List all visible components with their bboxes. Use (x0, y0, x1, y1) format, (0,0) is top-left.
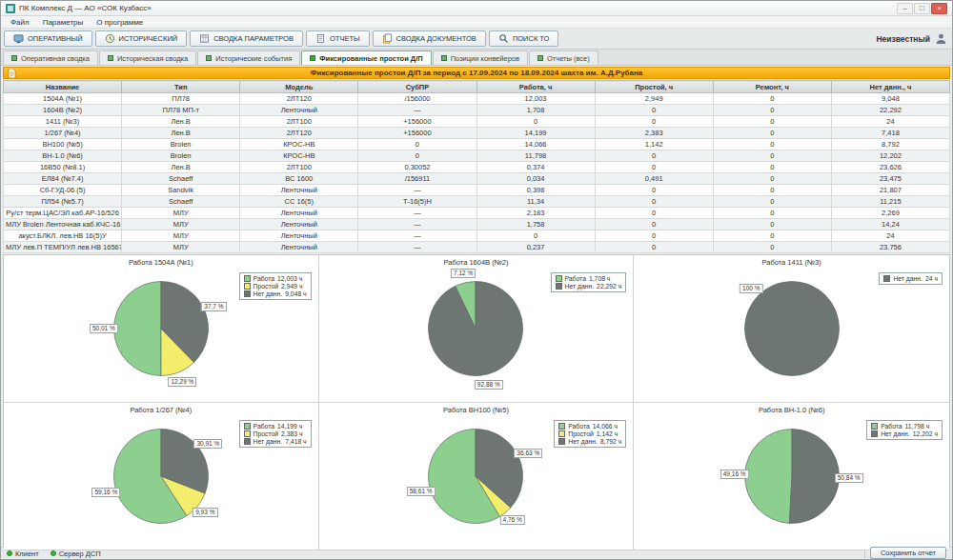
table-cell: 23,626 (831, 162, 949, 173)
toolbar-button[interactable]: ПОИСК ТО (489, 30, 559, 47)
tab-3[interactable]: Исторические события (197, 50, 300, 65)
tab-5[interactable]: Позиции конвейеров (433, 50, 528, 65)
table-cell: 16В50 (№8.1) (4, 162, 122, 173)
legend-swatch (871, 423, 878, 430)
tab-1[interactable]: Оперативная сводка (3, 50, 98, 65)
table-cell: Schaeff (122, 196, 240, 208)
tabbar: Оперативная сводкаИсторическая сводкаИст… (1, 50, 952, 66)
table-cell: 14,24 (831, 219, 949, 230)
table-cell: 0,374 (476, 162, 595, 173)
table-cell: 0 (595, 208, 713, 219)
table-cell: 0 (713, 230, 831, 242)
table-row[interactable]: ВН100 (№5)BrolenКРОС-НВ014,0661,14208,79… (4, 139, 950, 150)
table-row[interactable]: 1411 (№3)Лен.В2ЛТ100+15600000024 (4, 116, 950, 128)
pie-wrap: 49,16 %50,84 % (720, 415, 863, 549)
minimize-button[interactable]: – (897, 3, 913, 14)
legend-swatch (244, 438, 251, 445)
table-cell: ПЛ78 МП-т (122, 105, 240, 116)
table-row[interactable]: 1/267 (№4)Лен.В2ЛТ120+15600014,1992,3830… (4, 128, 950, 139)
column-header: Ремонт, ч (713, 81, 831, 93)
table-cell: СС 16(5) (240, 196, 358, 208)
toolbar-button[interactable]: ИСТОРИЧЕСКИЙ (95, 30, 188, 47)
legend-label: Нет данн. (893, 275, 923, 282)
table-cell: ВН-1.0 (№6) (4, 150, 122, 162)
table-cell: 2ЛТ120 (240, 93, 358, 105)
pie-chart-card: Работа ВН-1.0 (№6)49,16 %50,84 %Работа11… (634, 403, 949, 550)
table-cell: +156000 (358, 128, 476, 139)
table-row[interactable]: МЛУ Brolen Ленточная каб.КЧС-16МЛУЛенточ… (4, 219, 950, 230)
table-cell: 1604В (№2) (4, 105, 122, 116)
table-cell: 1,142 (595, 139, 713, 150)
toolbar-button-label: ОПЕРАТИВНЫЙ (28, 34, 83, 43)
table-cell: Ленточный (240, 230, 358, 242)
legend-value: 2,949 ч (281, 283, 302, 290)
chart-legend: Работа14,199 чПростой2,383 чНет данн.7,4… (239, 420, 312, 448)
table-cell: 0,034 (476, 173, 595, 185)
titlebar[interactable]: ПК Комплекс Д — АО «СОК Кузбасс» – □ × (1, 1, 952, 16)
toolbar-button[interactable]: СВОДКА ДОКУМЕНТОВ (373, 30, 486, 47)
table-cell: 1504А (№1) (4, 93, 122, 105)
tab-4[interactable]: Фиксированные простои Д/П (301, 50, 431, 65)
menu-item[interactable]: Файл (4, 16, 36, 29)
column-header: Модель (240, 81, 358, 93)
toolbar-user[interactable]: Неизвестный (876, 32, 949, 45)
menu-item[interactable]: О программе (90, 16, 150, 29)
legend-swatch (244, 430, 251, 437)
legend-label: Работа (565, 275, 586, 282)
table-row[interactable]: ПЛ54 (№5.7)SchaeffСС 16(5)Т-16(5)Н11,340… (4, 196, 950, 208)
table-row[interactable]: акуст.БЛКЛ. лев.НВ 16(5)УМЛУЛенточный—00… (4, 230, 950, 242)
user-icon[interactable] (935, 32, 947, 45)
legend-label: Работа (568, 423, 589, 430)
close-button[interactable]: × (931, 3, 947, 14)
table-cell: Brolen (122, 150, 240, 162)
pie-wrap: 50,01 %12,29 %37,7 % (90, 268, 233, 401)
tab-6[interactable]: Отчеты (все) (529, 50, 598, 65)
chart-legend: Нет данн.24 ч (879, 272, 943, 285)
legend-item: Нет данн.9,048 ч (244, 290, 307, 297)
legend-value: 22,292 ч (597, 283, 621, 290)
legend-value: 12,003 ч (277, 275, 302, 282)
table-cell: 21,807 (831, 185, 949, 196)
table-row[interactable]: ВН-1.0 (№6)BrolenКРОС-НВ011,7980012,202 (4, 150, 950, 162)
legend-label: Работа (253, 275, 274, 282)
table-cell: 2ЛТ100 (240, 116, 358, 128)
window-title: ПК Комплекс Д — АО «СОК Кузбасс» (19, 4, 893, 12)
legend-value: 1,142 ч (597, 430, 618, 437)
maximize-button[interactable]: □ (914, 3, 930, 14)
table-cell: 0,237 (476, 242, 595, 253)
toolbar-button[interactable]: СВОДКА ПАРАМЕТРОВ (190, 30, 303, 47)
table-cell: 0 (595, 162, 713, 173)
table-cell: 11,798 (476, 150, 595, 162)
menu-item[interactable]: Параметры (36, 16, 91, 29)
legend-swatch (244, 275, 251, 282)
tab-2[interactable]: Историческая сводка (99, 50, 196, 65)
table-cell: 0 (713, 139, 831, 150)
legend-value: 11,798 ч (905, 423, 930, 430)
save-report-button[interactable]: Сохранить отчет (870, 547, 946, 559)
table-row[interactable]: МЛУ лев.П ТЕМП/УЛ лев.НВ 16567МЛУЛенточн… (4, 242, 950, 253)
toolbar-button[interactable]: ОТЧЕТЫ (306, 30, 370, 47)
table-row[interactable]: 16В50 (№8.1)Лен.В2ЛТ1000,300520,3740023,… (4, 162, 950, 173)
table-row[interactable]: 1604В (№2)ПЛ78 МП-тЛенточный—1,7080022,2… (4, 105, 950, 116)
table-cell: 0 (713, 219, 831, 230)
toolbar-button[interactable]: ОПЕРАТИВНЫЙ (4, 30, 92, 47)
legend-swatch (558, 430, 565, 437)
pie-wrap: 59,16 %9,93 %30,91 % (90, 415, 233, 549)
table-cell: — (358, 208, 476, 219)
table-row[interactable]: ЕЛ84 (№7.4)SchaeffВС 1600/1569110,0340,4… (4, 173, 950, 185)
legend-label: Нет данн. (568, 438, 598, 445)
table-cell: 0 (595, 185, 713, 196)
legend-label: Работа (881, 423, 902, 430)
table-row[interactable]: Сб-ГУД-06 (5)SandvikЛенточный—0,3980021,… (4, 185, 950, 196)
table-cell: 0 (595, 150, 713, 162)
bottom-strip: Сохранить отчет (3, 550, 950, 560)
table-cell: 9,048 (831, 93, 949, 105)
legend-item: Работа11,798 ч (871, 423, 938, 430)
table-row[interactable]: 1504А (№1)ПЛ782ЛТ120/15600012,0032,94909… (4, 93, 950, 105)
table-cell: 0 (713, 105, 831, 116)
legend-item: Простой2,949 ч (244, 283, 307, 290)
legend-swatch (883, 275, 890, 282)
table-cell: ПЛ54 (№5.7) (4, 196, 122, 208)
legend-label: Нет данн. (253, 290, 283, 297)
table-row[interactable]: Ру/ст терм.ЦАС/ЭЛ каб.АР-16/526МЛУЛенточ… (4, 208, 950, 219)
